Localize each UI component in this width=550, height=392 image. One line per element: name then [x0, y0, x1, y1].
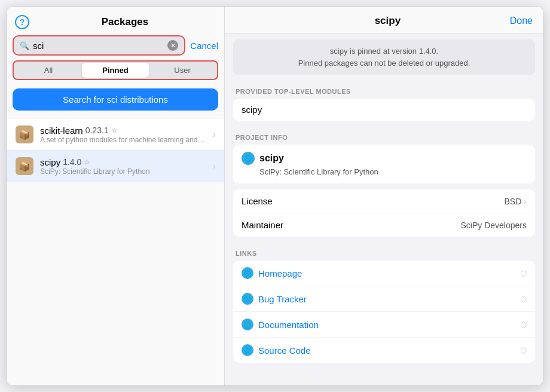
right-panel: scipy Done scipy is pinned at version 1.…	[225, 7, 543, 385]
search-box: 🔍 ✕	[13, 35, 185, 56]
license-value: BSD ›	[505, 197, 527, 206]
project-info-label: PROJECT INFO	[225, 127, 543, 145]
maintainer-value: SciPy Developers	[461, 220, 527, 230]
maintainer-row: Maintainer SciPy Developers	[233, 213, 535, 237]
source-globe-icon: 🌐	[242, 344, 253, 356]
search-dist-button[interactable]: Search for sci distributions	[13, 88, 218, 111]
pkg-version: 0.23.1	[85, 125, 109, 135]
link-documentation[interactable]: 🌐 Documentation ⬡	[233, 312, 535, 338]
project-description: SciPy: Scientific Library for Python	[242, 167, 527, 176]
left-panel: ? Packages 🔍 ✕ Cancel All Pinned User Se…	[7, 7, 225, 385]
pkg-info-scikit-learn: scikit-learn 0.23.1 ☆ A set of python mo…	[40, 125, 207, 144]
help-icon[interactable]: ?	[15, 15, 29, 29]
top-modules-card: scipy	[233, 99, 535, 121]
license-chevron-icon: ›	[524, 197, 527, 206]
license-label: License	[242, 196, 273, 206]
source-link-text: Source Code	[258, 345, 515, 356]
pkg-icon-scikit-learn: 📦	[15, 125, 34, 144]
link-bug-tracker[interactable]: 🌐 Bug Tracker ⬡	[233, 286, 535, 312]
pinned-line1: scipy is pinned at version 1.4.0.	[242, 45, 527, 57]
filter-tabs: All Pinned User	[13, 60, 218, 80]
project-globe-icon: 🌐	[242, 152, 255, 165]
top-modules-label: PROVIDED TOP-LEVEL MODULES	[225, 81, 543, 99]
bugtracker-globe-icon: 🌐	[242, 293, 253, 305]
bugtracker-ext-icon: ⬡	[520, 295, 527, 304]
clear-icon[interactable]: ✕	[167, 40, 178, 51]
cancel-button[interactable]: Cancel	[190, 41, 218, 51]
link-homepage[interactable]: 🌐 Homepage ⬡	[233, 261, 535, 286]
search-input[interactable]	[33, 41, 164, 51]
pkg-icon-scipy: 📦	[15, 157, 34, 176]
pinned-notice: scipy is pinned at version 1.4.0. Pinned…	[233, 39, 535, 75]
top-module-item: scipy	[233, 99, 535, 121]
pkg-desc-scipy: SciPy: Scientific Library for Python	[40, 167, 207, 176]
package-item-scikit-learn[interactable]: 📦 scikit-learn 0.23.1 ☆ A set of python …	[7, 119, 224, 151]
pkg-name: scikit-learn	[40, 125, 83, 136]
homepage-globe-icon: 🌐	[242, 267, 253, 279]
homepage-link-text: Homepage	[258, 268, 515, 278]
project-info-card: 🌐 scipy SciPy: Scientific Library for Py…	[233, 145, 535, 183]
package-item-scipy[interactable]: 📦 scipy 1.4.0 ☆ SciPy: Scientific Librar…	[7, 151, 224, 182]
docs-globe-icon: 🌐	[242, 318, 253, 330]
license-row: License BSD ›	[233, 189, 535, 213]
pkg-star-scipy-icon: ☆	[84, 158, 90, 166]
right-title: scipy	[265, 15, 510, 27]
tab-all[interactable]: All	[15, 63, 82, 78]
right-header: scipy Done	[225, 7, 543, 33]
docs-ext-icon: ⬡	[520, 320, 527, 329]
link-source-code[interactable]: 🌐 Source Code ⬡	[233, 338, 535, 363]
panel-title: Packages	[34, 16, 216, 28]
links-card: 🌐 Homepage ⬡ 🌐 Bug Tracker ⬡ 🌐 Documenta…	[233, 261, 535, 363]
pkg-info-scipy: scipy 1.4.0 ☆ SciPy: Scientific Library …	[40, 157, 207, 176]
project-name: scipy	[259, 153, 284, 164]
app-window: ? Packages 🔍 ✕ Cancel All Pinned User Se…	[6, 6, 544, 386]
docs-link-text: Documentation	[258, 320, 515, 330]
pinned-line2: Pinned packages can not be deleted or up…	[242, 57, 527, 69]
links-label: LINKS	[225, 243, 543, 261]
left-header: ? Packages	[7, 7, 224, 35]
chevron-right-scipy-icon: ›	[213, 161, 216, 172]
bugtracker-link-text: Bug Tracker	[258, 294, 515, 304]
meta-card: License BSD › Maintainer SciPy Developer…	[233, 189, 535, 237]
tab-pinned[interactable]: Pinned	[82, 63, 149, 78]
homepage-ext-icon: ⬡	[520, 269, 527, 278]
search-icon: 🔍	[20, 41, 29, 50]
pkg-version-scipy: 1.4.0	[63, 157, 81, 167]
source-ext-icon: ⬡	[520, 346, 527, 355]
search-row: 🔍 ✕ Cancel	[7, 35, 224, 60]
chevron-right-icon: ›	[213, 129, 216, 140]
pkg-name-scipy: scipy	[40, 157, 60, 167]
maintainer-label: Maintainer	[242, 220, 283, 230]
done-button[interactable]: Done	[510, 16, 533, 26]
packages-list: 📦 scikit-learn 0.23.1 ☆ A set of python …	[7, 119, 224, 385]
pkg-star-icon: ☆	[111, 126, 118, 134]
tab-user[interactable]: User	[149, 63, 216, 78]
pkg-desc: A set of python modules for machine lear…	[40, 136, 207, 144]
